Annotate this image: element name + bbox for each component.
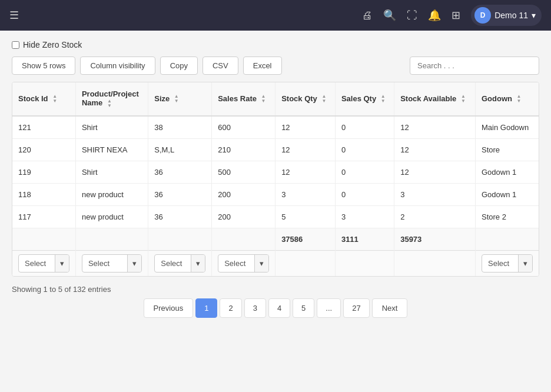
main-content: Hide Zero Stock Show 5 rows Column visib… bbox=[0, 31, 551, 327]
search-input[interactable] bbox=[410, 57, 539, 75]
cell-size: S,M,L bbox=[148, 138, 212, 161]
toolbar: Show 5 rows Column visibility Copy CSV E… bbox=[12, 57, 539, 75]
sort-sales-rate-icon[interactable]: ▲▼ bbox=[261, 94, 266, 104]
select-dropdown-3[interactable]: Select ▾ bbox=[218, 254, 269, 273]
search-icon[interactable]: 🔍 bbox=[383, 9, 396, 22]
sort-sales-qty-icon[interactable]: ▲▼ bbox=[381, 94, 386, 104]
col-godown: Godown ▲▼ bbox=[476, 82, 539, 116]
column-visibility-button[interactable]: Column visibility bbox=[80, 57, 155, 75]
cell-product-name: Shirt bbox=[75, 116, 148, 139]
page-button-2[interactable]: 2 bbox=[220, 298, 241, 318]
cell-stock-qty: 3 bbox=[276, 183, 336, 205]
cell-stock-available: 12 bbox=[394, 161, 476, 183]
cell-godown: Main Godown bbox=[476, 116, 539, 139]
data-table-wrapper: Stock Id ▲▼ Product/ProjectName ▲▼ Size … bbox=[12, 82, 539, 277]
cell-sales-rate: 210 bbox=[212, 138, 276, 161]
sort-size-icon[interactable]: ▲▼ bbox=[174, 94, 179, 104]
col-sales-qty: Sales Qty ▲▼ bbox=[335, 82, 394, 116]
cell-stock-id: 121 bbox=[12, 116, 75, 139]
select-cell-1: Select ▾ bbox=[75, 250, 148, 276]
select-cell-6 bbox=[394, 250, 476, 276]
col-sales-rate: Sales Rate ▲▼ bbox=[212, 82, 276, 116]
select-cell-2: Select ▾ bbox=[148, 250, 212, 276]
cell-stock-available: 3 bbox=[394, 183, 476, 205]
sort-stock-available-icon[interactable]: ▲▼ bbox=[461, 94, 466, 104]
summary-sales-rate bbox=[212, 228, 276, 250]
pagination-info: Showing 1 to 5 of 132 entries bbox=[12, 285, 539, 294]
table-row: 120 SHIRT NEXA S,M,L 210 12 0 12 Store bbox=[12, 138, 539, 161]
table-header-row: Stock Id ▲▼ Product/ProjectName ▲▼ Size … bbox=[12, 82, 539, 116]
show-rows-button[interactable]: Show 5 rows bbox=[12, 57, 75, 75]
select-cell-4 bbox=[276, 250, 336, 276]
cell-godown: Godown 1 bbox=[476, 161, 539, 183]
page-button-5[interactable]: 5 bbox=[293, 298, 314, 318]
select-dropdown-0[interactable]: Select ▾ bbox=[18, 254, 69, 273]
sort-stock-qty-icon[interactable]: ▲▼ bbox=[321, 94, 326, 104]
page-button-4[interactable]: 4 bbox=[268, 298, 290, 318]
bell-icon[interactable]: 🔔 bbox=[428, 9, 441, 22]
cell-size: 38 bbox=[148, 116, 212, 139]
select-arrow-1: ▾ bbox=[127, 255, 141, 272]
cell-size: 36 bbox=[148, 161, 212, 183]
summary-stock-available: 35973 bbox=[394, 228, 476, 250]
select-dropdown-2[interactable]: Select ▾ bbox=[154, 254, 205, 273]
select-arrow-3: ▾ bbox=[254, 255, 268, 272]
copy-button[interactable]: Copy bbox=[160, 57, 198, 75]
cell-stock-qty: 5 bbox=[276, 205, 336, 228]
select-cell-7: Select ▾ bbox=[476, 250, 539, 276]
hide-zero-stock-label: Hide Zero Stock bbox=[23, 40, 82, 49]
cell-size: 36 bbox=[148, 183, 212, 205]
select-label-0: Select bbox=[19, 255, 55, 272]
cell-stock-id: 117 bbox=[12, 205, 75, 228]
excel-button[interactable]: Excel bbox=[243, 57, 282, 75]
cell-sales-rate: 600 bbox=[212, 116, 276, 139]
cell-sales-rate: 200 bbox=[212, 205, 276, 228]
csv-button[interactable]: CSV bbox=[203, 57, 238, 75]
select-arrow-7: ▾ bbox=[518, 255, 532, 272]
summary-row: 37586 3111 35973 bbox=[12, 228, 539, 250]
page-button-3[interactable]: 3 bbox=[244, 298, 266, 318]
col-size: Size ▲▼ bbox=[148, 82, 212, 116]
select-cell-3: Select ▾ bbox=[212, 250, 276, 276]
print-icon[interactable]: 🖨 bbox=[362, 9, 373, 22]
user-menu-button[interactable]: D Demo 11 ▾ bbox=[471, 5, 542, 26]
page-button-1[interactable]: 1 bbox=[195, 298, 217, 318]
cell-godown: Store 2 bbox=[476, 205, 539, 228]
previous-button[interactable]: Previous bbox=[144, 298, 194, 318]
select-label-3: Select bbox=[218, 255, 254, 272]
select-dropdown-7[interactable]: Select ▾ bbox=[482, 254, 533, 273]
next-button[interactable]: Next bbox=[372, 298, 408, 318]
pagination: Previous12345...27Next bbox=[12, 298, 539, 318]
select-label-7: Select bbox=[482, 255, 518, 272]
page-button-...[interactable]: ... bbox=[317, 298, 341, 318]
cell-sales-qty: 0 bbox=[335, 138, 394, 161]
cell-product-name: SHIRT NEXA bbox=[75, 138, 148, 161]
col-product-name: Product/ProjectName ▲▼ bbox=[75, 82, 148, 116]
nav-left: ☰ bbox=[9, 9, 19, 22]
cell-stock-available: 12 bbox=[394, 138, 476, 161]
cell-product-name: new product bbox=[75, 183, 148, 205]
hide-zero-stock-checkbox[interactable] bbox=[12, 41, 19, 49]
nav-right: 🖨 🔍 ⛶ 🔔 ⊞ D Demo 11 ▾ bbox=[362, 5, 542, 26]
select-cell-0: Select ▾ bbox=[12, 250, 75, 276]
user-label: Demo 11 bbox=[494, 11, 528, 20]
grid-icon[interactable]: ⊞ bbox=[452, 9, 460, 22]
sort-stock-id-icon[interactable]: ▲▼ bbox=[52, 94, 57, 104]
cell-stock-qty: 12 bbox=[276, 116, 336, 139]
hamburger-icon[interactable]: ☰ bbox=[9, 9, 19, 22]
table-row: 117 new product 36 200 5 3 2 Store 2 bbox=[12, 205, 539, 228]
cell-stock-qty: 12 bbox=[276, 138, 336, 161]
summary-stock-qty: 37586 bbox=[276, 228, 336, 250]
page-button-27[interactable]: 27 bbox=[343, 298, 369, 318]
sort-product-name-icon[interactable]: ▲▼ bbox=[107, 99, 112, 108]
expand-icon[interactable]: ⛶ bbox=[407, 9, 417, 22]
cell-product-name: Shirt bbox=[75, 161, 148, 183]
cell-stock-available: 12 bbox=[394, 116, 476, 139]
cell-stock-id: 118 bbox=[12, 183, 75, 205]
summary-stock-id bbox=[12, 228, 75, 250]
select-dropdown-1[interactable]: Select ▾ bbox=[82, 254, 142, 273]
cell-sales-qty: 3 bbox=[335, 205, 394, 228]
table-row: 118 new product 36 200 3 0 3 Godown 1 bbox=[12, 183, 539, 205]
sort-godown-icon[interactable]: ▲▼ bbox=[517, 94, 522, 104]
summary-product-name bbox=[75, 228, 148, 250]
